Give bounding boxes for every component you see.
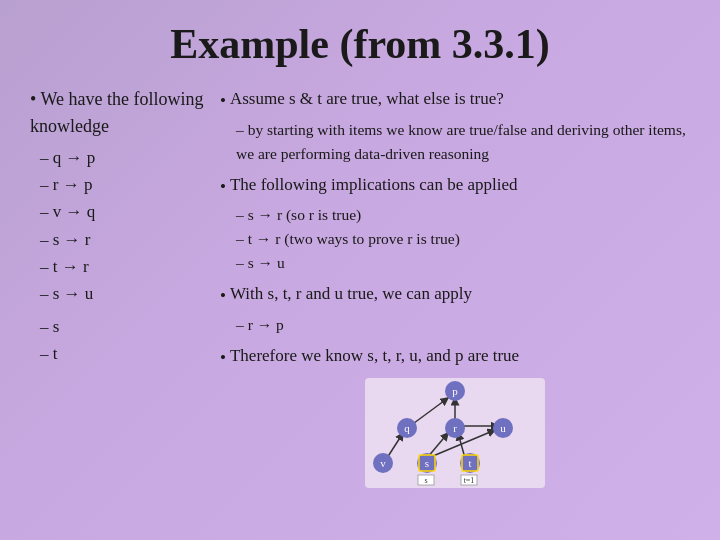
left-item-4: – s → r bbox=[40, 226, 210, 253]
left-item-5: – t → r bbox=[40, 253, 210, 280]
right-column: • Assume s & t are true, what else is tr… bbox=[220, 86, 690, 520]
right-bullet-2-text: The following implications can be applie… bbox=[230, 172, 518, 198]
right-bullet-3-text: With s, t, r and u true, we can apply bbox=[230, 281, 472, 307]
right-bullet-2-sub2: – t → r (two ways to prove r is true) bbox=[236, 227, 690, 251]
left-item-1: – q → p bbox=[40, 144, 210, 171]
right-bullet-4-text: Therefore we know s, t, r, u, and p are … bbox=[230, 343, 519, 369]
label-u: u bbox=[500, 422, 506, 434]
left-item-6: – s → u bbox=[40, 280, 210, 307]
graph-svg: p q r u v s bbox=[365, 378, 545, 488]
label-p: p bbox=[452, 385, 458, 397]
label-t: t bbox=[468, 457, 471, 469]
right-bullet-3: • With s, t, r and u true, we can apply bbox=[220, 281, 690, 309]
s-label-text: s bbox=[424, 476, 427, 485]
right-bullet-2-sub1: – s → r (so r is true) bbox=[236, 203, 690, 227]
slide-content: • We have the following knowledge – q → … bbox=[30, 86, 690, 520]
right-bullet-1: • Assume s & t are true, what else is tr… bbox=[220, 86, 690, 114]
left-item-3: – v → q bbox=[40, 198, 210, 225]
label-r: r bbox=[453, 422, 457, 434]
right-bullet-1-sub: – by starting with items we know are tru… bbox=[236, 118, 690, 166]
bullet-dot-2: • bbox=[220, 174, 226, 200]
bullet-dot-4: • bbox=[220, 345, 226, 371]
right-bullet-2: • The following implications can be appl… bbox=[220, 172, 690, 200]
left-column: • We have the following knowledge – q → … bbox=[30, 86, 210, 520]
slide: Example (from 3.3.1) • We have the follo… bbox=[0, 0, 720, 540]
graph-container: p q r u v s bbox=[220, 378, 690, 488]
slide-title: Example (from 3.3.1) bbox=[30, 20, 690, 68]
left-intro: • We have the following knowledge bbox=[30, 86, 210, 140]
right-bullet-1-text: Assume s & t are true, what else is true… bbox=[230, 86, 504, 112]
label-q: q bbox=[404, 422, 410, 434]
right-bullet-2-sub3: – s → u bbox=[236, 251, 690, 275]
label-s: s bbox=[425, 457, 429, 469]
right-bullet-4: • Therefore we know s, t, r, u, and p ar… bbox=[220, 343, 690, 371]
left-item-2: – r → p bbox=[40, 171, 210, 198]
right-bullet-3-sub: – r → p bbox=[236, 313, 690, 337]
t-label-text: t=1 bbox=[464, 476, 475, 485]
bullet-dot-1: • bbox=[220, 88, 226, 114]
left-item-8: – t bbox=[40, 340, 210, 367]
label-v: v bbox=[380, 457, 386, 469]
left-item-7: – s bbox=[40, 313, 210, 340]
bullet-dot-3: • bbox=[220, 283, 226, 309]
